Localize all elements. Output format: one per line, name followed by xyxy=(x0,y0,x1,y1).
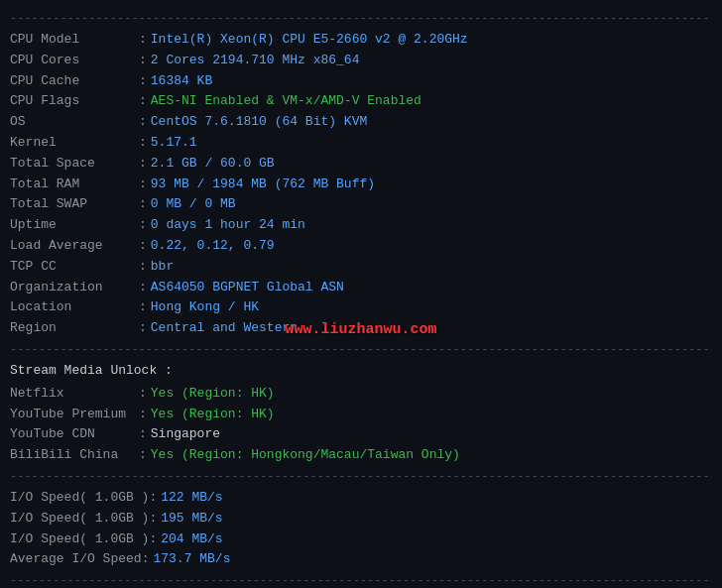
kernel-row: Kernel : 5.17.1 xyxy=(10,133,712,154)
cpu-flags-value: AES-NI Enabled & VM-x/AMD-V Enabled xyxy=(151,91,421,112)
system-section: ----------------------------------------… xyxy=(10,12,712,357)
cpu-cores-row: CPU Cores : 2 Cores 2194.710 MHz x86_64 xyxy=(10,51,712,71)
tcp-cc-row: TCP CC : bbr xyxy=(10,257,712,278)
divider-stream-bottom: ----------------------------------------… xyxy=(10,470,712,484)
avg-io-speed-colon: : xyxy=(142,549,150,570)
io-speed-1-row: I/O Speed( 1.0GB ) : 122 MB/s xyxy=(10,488,712,509)
region-colon: : xyxy=(139,318,147,339)
io-speed-3-row: I/O Speed( 1.0GB ) : 204 MB/s xyxy=(10,529,712,550)
io-speed-1-colon: : xyxy=(149,488,157,509)
cpu-flags-label: CPU Flags xyxy=(10,91,139,112)
io-speed-3-value: 204 MB/s xyxy=(161,529,222,550)
total-swap-row: Total SWAP : 0 MB / 0 MB xyxy=(10,194,712,215)
load-average-value: 0.22, 0.12, 0.79 xyxy=(151,236,275,257)
netflix-value: Yes (Region: HK) xyxy=(151,384,275,405)
location-label: Location xyxy=(10,297,139,318)
total-space-label: Total Space xyxy=(10,154,139,175)
total-space-colon: : xyxy=(139,154,147,175)
cpu-cache-row: CPU Cache : 16384 KB xyxy=(10,71,712,92)
cpu-model-row: CPU Model : Intel(R) Xeon(R) CPU E5-2660… xyxy=(10,30,712,51)
main-container: ----------------------------------------… xyxy=(4,4,718,588)
youtube-premium-row: YouTube Premium : Yes (Region: HK) xyxy=(10,405,712,425)
tcp-cc-colon: : xyxy=(139,257,147,278)
os-colon: : xyxy=(139,112,147,133)
cpu-cache-colon: : xyxy=(139,71,147,92)
bilibili-row: BiliBili China : Yes (Region: Hongkong/M… xyxy=(10,445,712,466)
cpu-flags-colon: : xyxy=(139,91,147,112)
total-ram-row: Total RAM : 93 MB / 1984 MB (762 MB Buff… xyxy=(10,175,712,195)
bilibili-colon: : xyxy=(139,445,147,466)
netflix-label: Netflix xyxy=(10,384,139,405)
cpu-model-label: CPU Model xyxy=(10,30,139,51)
load-average-colon: : xyxy=(139,236,147,257)
cpu-cores-colon: : xyxy=(139,51,147,71)
organization-value: AS64050 BGPNET Global ASN xyxy=(151,278,344,298)
stream-title: Stream Media Unlock : xyxy=(10,361,173,382)
stream-title-row: Stream Media Unlock : xyxy=(10,361,712,384)
io-speed-2-row: I/O Speed( 1.0GB ) : 195 MB/s xyxy=(10,509,712,529)
kernel-value: 5.17.1 xyxy=(151,133,197,154)
divider-io-bottom: ----------------------------------------… xyxy=(10,574,712,588)
io-speed-2-colon: : xyxy=(149,509,157,529)
watermark-text: www.liuzhanwu.com xyxy=(285,318,436,342)
uptime-colon: : xyxy=(139,215,147,236)
avg-io-speed-label: Average I/O Speed xyxy=(10,549,142,570)
netflix-colon: : xyxy=(139,384,147,405)
cpu-cache-value: 16384 KB xyxy=(151,71,212,92)
total-swap-value: 0 MB / 0 MB xyxy=(151,194,236,215)
organization-label: Organization xyxy=(10,278,139,298)
bilibili-value: Yes (Region: Hongkong/Macau/Taiwan Only) xyxy=(151,445,460,466)
io-speed-1-value: 122 MB/s xyxy=(161,488,222,509)
total-space-row: Total Space : 2.1 GB / 60.0 GB xyxy=(10,154,712,175)
youtube-premium-value: Yes (Region: HK) xyxy=(151,405,275,425)
region-row: Region : Central and Western www.liuzhan… xyxy=(10,318,712,339)
uptime-value: 0 days 1 hour 24 min xyxy=(151,215,305,236)
tcp-cc-label: TCP CC xyxy=(10,257,139,278)
region-label: Region xyxy=(10,318,139,339)
youtube-premium-colon: : xyxy=(139,405,147,425)
load-average-label: Load Average xyxy=(10,236,139,257)
uptime-label: Uptime xyxy=(10,215,139,236)
total-ram-value: 93 MB / 1984 MB (762 MB Buff) xyxy=(151,175,375,195)
netflix-row: Netflix : Yes (Region: HK) xyxy=(10,384,712,405)
stream-section: Stream Media Unlock : Netflix : Yes (Reg… xyxy=(10,361,712,484)
cpu-cores-label: CPU Cores xyxy=(10,51,139,71)
load-average-row: Load Average : 0.22, 0.12, 0.79 xyxy=(10,236,712,257)
location-value: Hong Kong / HK xyxy=(151,297,259,318)
cpu-model-value: Intel(R) Xeon(R) CPU E5-2660 v2 @ 2.20GH… xyxy=(151,30,468,51)
location-colon: : xyxy=(139,297,147,318)
io-speed-2-label: I/O Speed( 1.0GB ) xyxy=(10,509,149,529)
io-speed-3-label: I/O Speed( 1.0GB ) xyxy=(10,529,149,550)
os-value: CentOS 7.6.1810 (64 Bit) KVM xyxy=(151,112,367,133)
youtube-cdn-row: YouTube CDN : Singapore xyxy=(10,424,712,445)
total-swap-colon: : xyxy=(139,194,147,215)
io-speed-1-label: I/O Speed( 1.0GB ) xyxy=(10,488,149,509)
cpu-cores-value: 2 Cores 2194.710 MHz x86_64 xyxy=(151,51,360,71)
total-ram-label: Total RAM xyxy=(10,175,139,195)
os-label: OS xyxy=(10,112,139,133)
region-value: Central and Western xyxy=(151,318,298,339)
bilibili-label: BiliBili China xyxy=(10,445,139,466)
youtube-cdn-value: Singapore xyxy=(151,424,220,445)
io-speed-3-colon: : xyxy=(149,529,157,550)
total-ram-colon: : xyxy=(139,175,147,195)
cpu-flags-row: CPU Flags : AES-NI Enabled & VM-x/AMD-V … xyxy=(10,91,712,112)
cpu-cache-label: CPU Cache xyxy=(10,71,139,92)
io-speed-2-value: 195 MB/s xyxy=(161,509,222,529)
tcp-cc-value: bbr xyxy=(151,257,174,278)
kernel-colon: : xyxy=(139,133,147,154)
youtube-cdn-label: YouTube CDN xyxy=(10,424,139,445)
location-row: Location : Hong Kong / HK xyxy=(10,297,712,318)
os-row: OS : CentOS 7.6.1810 (64 Bit) KVM xyxy=(10,112,712,133)
cpu-model-colon: : xyxy=(139,30,147,51)
io-section: I/O Speed( 1.0GB ) : 122 MB/s I/O Speed(… xyxy=(10,488,712,588)
youtube-premium-label: YouTube Premium xyxy=(10,405,139,425)
avg-io-speed-value: 173.7 MB/s xyxy=(153,549,230,570)
organization-colon: : xyxy=(139,278,147,298)
avg-io-speed-row: Average I/O Speed : 173.7 MB/s xyxy=(10,549,712,570)
total-space-value: 2.1 GB / 60.0 GB xyxy=(151,154,275,175)
divider-system-bottom: ----------------------------------------… xyxy=(10,343,712,357)
kernel-label: Kernel xyxy=(10,133,139,154)
youtube-cdn-colon: : xyxy=(139,424,147,445)
organization-row: Organization : AS64050 BGPNET Global ASN xyxy=(10,278,712,298)
